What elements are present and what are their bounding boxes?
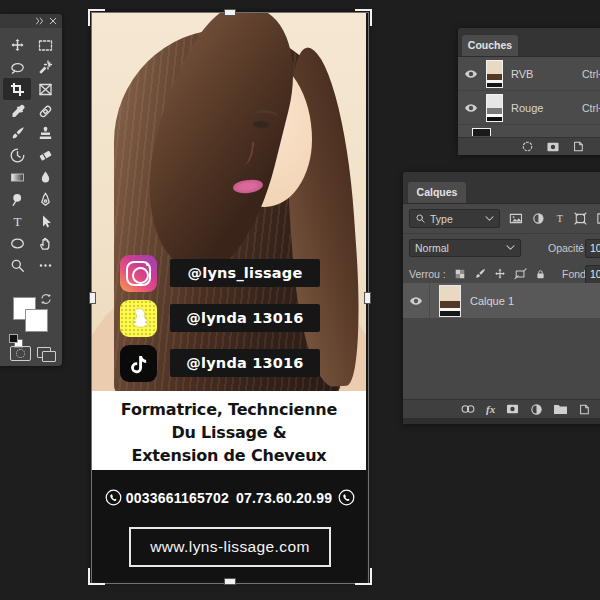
gradient-tool-button[interactable]	[3, 166, 31, 188]
opacity-value[interactable]: 100	[585, 239, 600, 258]
pen-icon	[38, 192, 53, 207]
lasso-tool-button[interactable]	[3, 56, 31, 78]
frame-tool-button[interactable]	[31, 78, 59, 100]
lasso-icon	[10, 60, 25, 75]
layers-blend-row: Normal Opacité : 100	[403, 234, 600, 261]
new-group-icon[interactable]	[553, 403, 568, 415]
collapse-panel-icon[interactable]	[35, 17, 44, 25]
visibility-eye-icon[interactable]	[464, 101, 478, 115]
transform-handle-top[interactable]	[224, 9, 236, 16]
layers-tabstrip: Calques	[403, 172, 600, 204]
channel-row-partial	[458, 125, 600, 135]
quick-mask-button[interactable]	[10, 346, 31, 361]
visibility-eye-icon[interactable]	[464, 67, 478, 81]
type-icon: T	[10, 214, 25, 229]
lock-transparency-icon[interactable]	[454, 268, 466, 280]
frame-icon	[38, 82, 53, 97]
document-canvas[interactable]: @lyns_lissage @lynda 13016 @lynda 13016 …	[92, 13, 366, 581]
transform-handle-bottom-left[interactable]	[88, 568, 105, 585]
adjustment-layer-icon[interactable]	[530, 403, 543, 416]
new-channel-icon[interactable]	[572, 140, 584, 153]
magic-wand-tool-button[interactable]	[31, 56, 59, 78]
lock-artboard-icon[interactable]	[514, 268, 527, 280]
transform-handle-bottom[interactable]	[224, 578, 236, 585]
chevron-down-icon	[485, 215, 494, 222]
flyer-photo: @lyns_lissage @lynda 13016 @lynda 13016	[92, 13, 366, 391]
instagram-icon	[120, 255, 157, 292]
new-layer-icon[interactable]	[578, 403, 590, 416]
filter-type-label: Type	[430, 213, 453, 225]
fill-value[interactable]: 100	[585, 265, 600, 284]
blend-mode-dropdown[interactable]: Normal	[409, 239, 521, 257]
crop-icon	[10, 82, 25, 97]
edit-toolbar-button[interactable]	[31, 254, 59, 276]
dodge-icon	[10, 192, 25, 207]
lock-position-icon[interactable]	[494, 268, 506, 280]
transform-handle-bottom-right[interactable]	[355, 568, 372, 585]
contact-block: 0033661165702 07.73.60.20.99 www.lyns-li…	[92, 470, 366, 581]
background-color-swatch[interactable]	[25, 309, 48, 332]
channel-shortcut: Ctrl+2	[582, 68, 600, 80]
tab-calques[interactable]: Calques	[408, 182, 466, 203]
eyedropper-icon	[10, 104, 25, 119]
tiktok-handle: @lynda 13016	[170, 349, 320, 377]
filter-image-icon[interactable]	[509, 212, 523, 225]
move-tool-button[interactable]	[3, 34, 31, 56]
healing-brush-tool-button[interactable]	[31, 100, 59, 122]
lock-all-icon[interactable]	[535, 268, 546, 280]
transform-handle-right[interactable]	[364, 292, 371, 304]
clone-stamp-tool-button[interactable]	[31, 122, 59, 144]
layer-thumbnail[interactable]	[439, 285, 461, 317]
default-colors-icon[interactable]	[9, 334, 18, 343]
brush-icon	[10, 126, 25, 141]
dodge-tool-button[interactable]	[3, 188, 31, 210]
filter-smart-object-icon[interactable]	[596, 212, 600, 225]
channel-shortcut: Ctrl+3	[582, 102, 600, 114]
tagline-line-1: Formatrice, Techncienne	[92, 398, 366, 421]
type-tool-button[interactable]: T	[3, 210, 31, 232]
channel-row-rouge[interactable]: Rouge Ctrl+3	[458, 91, 600, 125]
filter-type-icon[interactable]: T	[554, 212, 566, 225]
swap-colors-icon[interactable]	[40, 293, 52, 305]
ellipse-shape-tool-button[interactable]	[3, 232, 31, 254]
transform-handle-top-left[interactable]	[88, 9, 105, 26]
link-layers-icon[interactable]	[460, 403, 476, 415]
clone-stamp-icon	[38, 126, 53, 141]
close-panel-icon[interactable]	[49, 17, 57, 25]
marquee-tool-button[interactable]	[31, 34, 59, 56]
healing-brush-icon	[38, 104, 53, 119]
hand-tool-button[interactable]	[31, 232, 59, 254]
crop-tool-button[interactable]	[3, 78, 31, 100]
channels-panel: Couches RVB Ctrl+2 Rouge Ctrl+3	[458, 28, 600, 155]
filter-adjustment-icon[interactable]	[532, 212, 545, 225]
photoshop-workspace: T @ly	[0, 0, 600, 600]
filter-frame-icon[interactable]	[574, 212, 587, 225]
brush-tool-button[interactable]	[3, 122, 31, 144]
ellipsis-icon	[38, 258, 53, 273]
eraser-tool-button[interactable]	[31, 144, 59, 166]
pen-tool-button[interactable]	[31, 188, 59, 210]
channel-row-rvb[interactable]: RVB Ctrl+2	[458, 57, 600, 91]
layer-filter-dropdown[interactable]: Type	[409, 209, 500, 228]
phone-number-1: 0033661165702	[126, 490, 229, 506]
add-layer-mask-icon[interactable]	[505, 403, 520, 415]
hand-icon	[38, 236, 53, 251]
tab-couches[interactable]: Couches	[462, 35, 518, 56]
layer-visibility-toggle[interactable]	[403, 283, 430, 318]
layer-style-fx-icon[interactable]: fx	[486, 403, 495, 415]
eyedropper-tool-button[interactable]	[3, 100, 31, 122]
layer-name[interactable]: Calque 1	[470, 295, 514, 307]
svg-text:T: T	[556, 213, 563, 224]
load-selection-icon[interactable]	[521, 140, 534, 153]
transform-handle-top-right[interactable]	[355, 9, 372, 26]
transform-handle-left[interactable]	[89, 292, 96, 304]
search-icon	[415, 213, 426, 224]
history-brush-tool-button[interactable]	[3, 144, 31, 166]
zoom-tool-button[interactable]	[3, 254, 31, 276]
blur-tool-button[interactable]	[31, 166, 59, 188]
layer-row-calque1[interactable]: Calque 1	[403, 283, 600, 318]
path-select-tool-button[interactable]	[31, 210, 59, 232]
save-as-channel-icon[interactable]	[546, 141, 560, 153]
lock-pixels-icon[interactable]	[474, 268, 486, 280]
channel-label: RVB	[511, 68, 533, 80]
